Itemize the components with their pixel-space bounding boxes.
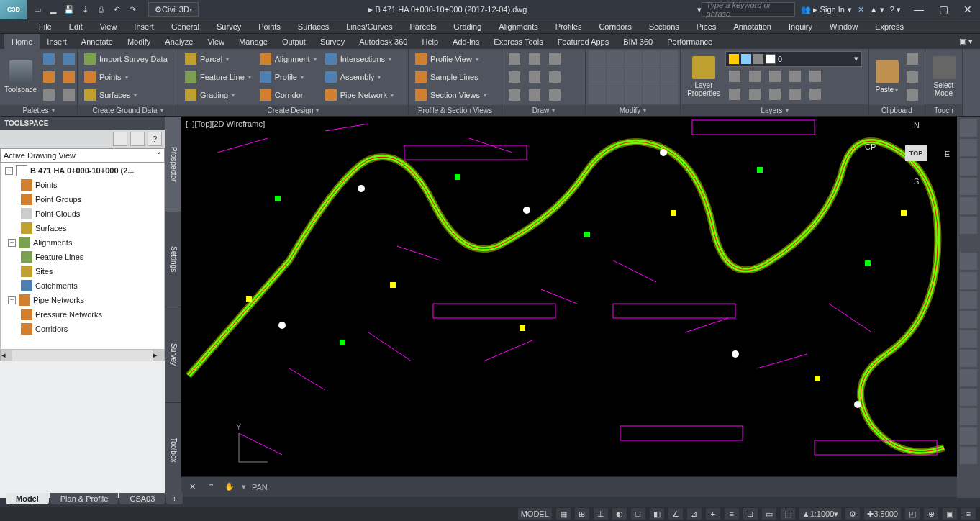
modify-array-icon[interactable]: [625, 86, 642, 104]
palette-btn6[interactable]: [60, 86, 78, 104]
palette-btn2[interactable]: [40, 68, 58, 86]
parcel-button[interactable]: Parcel: [181, 50, 255, 68]
autodesk-icon[interactable]: ▲ ▾: [870, 5, 884, 14]
menu-window[interactable]: Window: [821, 19, 866, 33]
tab-analyze[interactable]: Analyze: [158, 34, 200, 49]
signin-button[interactable]: 👥 ▸ Sign In ▾: [801, 5, 852, 14]
draw-rect-icon[interactable]: [525, 68, 544, 86]
status-qp-icon[interactable]: ▭: [762, 508, 776, 520]
modify-explode-icon[interactable]: [661, 68, 678, 86]
menu-alignments[interactable]: Alignments: [490, 19, 546, 33]
assembly-button[interactable]: Assembly: [322, 68, 397, 86]
menu-view[interactable]: View: [91, 19, 126, 33]
tab-bim360[interactable]: BIM 360: [616, 34, 660, 49]
modify-fillet-icon[interactable]: [625, 68, 642, 86]
ribbon-collapse-icon[interactable]: ▣ ▾: [952, 34, 980, 49]
cut-icon[interactable]: [903, 50, 922, 68]
nav-orbit-icon[interactable]: [960, 197, 977, 214]
tab-addins[interactable]: Add-ins: [445, 34, 486, 49]
toolspace-help-icon[interactable]: ?: [148, 132, 162, 146]
qat-saveas-icon[interactable]: ⇣: [78, 2, 92, 17]
panel-ground-title[interactable]: Create Ground Data: [78, 105, 178, 116]
layout-model[interactable]: Model: [6, 493, 49, 504]
viewcube[interactable]: CP N E S TOP: [885, 121, 950, 186]
layout-plan[interactable]: Plan & Profile: [50, 493, 119, 504]
status-3dosnap-icon[interactable]: ◧: [650, 508, 664, 520]
palette-btn4[interactable]: [60, 50, 78, 68]
viewport-label[interactable]: [−][Top][2D Wireframe]: [186, 119, 265, 128]
palette-btn1[interactable]: [40, 50, 58, 68]
qat-new-icon[interactable]: ▭: [30, 2, 45, 17]
menu-profiles[interactable]: Profiles: [547, 19, 591, 33]
tree-pressure[interactable]: Pressure Networks: [1, 307, 164, 322]
panel-design-title[interactable]: Create Design: [178, 105, 408, 116]
nav-zoom-icon[interactable]: [960, 178, 977, 195]
menu-general[interactable]: General: [163, 19, 208, 33]
status-grid-icon[interactable]: ▦: [556, 508, 571, 520]
modify-move-icon[interactable]: [589, 50, 606, 68]
tab-view[interactable]: View: [200, 34, 232, 49]
intersections-button[interactable]: Intersections: [322, 50, 397, 68]
modify-offset-icon[interactable]: [643, 86, 660, 104]
copy-icon[interactable]: [903, 68, 922, 86]
import-survey-button[interactable]: Import Survey Data: [81, 50, 175, 68]
tab-insert[interactable]: Insert: [40, 34, 74, 49]
surfaces-button[interactable]: Surfaces: [81, 86, 175, 104]
tab-performance[interactable]: Performance: [660, 34, 720, 49]
paste-button[interactable]: Paste: [872, 50, 902, 104]
app-logo[interactable]: C3D: [0, 0, 27, 19]
nav-tool12[interactable]: [960, 350, 977, 367]
menu-survey[interactable]: Survey: [208, 19, 250, 33]
menu-insert[interactable]: Insert: [125, 19, 163, 33]
layout-add-icon[interactable]: +: [166, 493, 182, 504]
menu-inquiry[interactable]: Inquiry: [780, 19, 821, 33]
status-clean-icon[interactable]: ▣: [943, 508, 957, 520]
tab-home[interactable]: Home: [4, 34, 40, 49]
profile-button[interactable]: Profile: [256, 68, 320, 86]
layer-tool4[interactable]: [786, 68, 804, 85]
status-snap-icon[interactable]: ⊞: [575, 508, 589, 520]
tab-a360[interactable]: Autodesk 360: [352, 34, 414, 49]
layer-tool3[interactable]: [766, 68, 784, 85]
tree-corridors[interactable]: Corridors: [1, 322, 164, 336]
menu-grading[interactable]: Grading: [445, 19, 490, 33]
menu-points[interactable]: Points: [250, 19, 289, 33]
draw-hatch-icon[interactable]: [525, 86, 544, 104]
status-polar-icon[interactable]: ◐: [612, 508, 627, 520]
nav-tool10[interactable]: [960, 311, 977, 328]
nav-tool7[interactable]: [960, 253, 977, 270]
nav-tool8[interactable]: [960, 272, 977, 289]
tree-surfaces[interactable]: Surfaces: [1, 221, 164, 235]
status-osnap-icon[interactable]: □: [631, 508, 645, 520]
wcs-label[interactable]: CP: [865, 142, 876, 151]
status-iso-icon[interactable]: ◰: [905, 508, 920, 520]
draw-spline-icon[interactable]: [545, 68, 564, 86]
points-button[interactable]: Points: [81, 68, 175, 86]
tree-pointgroups[interactable]: Point Groups: [1, 192, 164, 207]
status-scale[interactable]: ▲ 1:1000 ▾: [799, 508, 842, 520]
panel-layers-title[interactable]: Layers: [681, 104, 868, 116]
nav-tool16[interactable]: [960, 427, 977, 445]
tree-root[interactable]: −B 471 HA 0+000-10+000 (2...: [1, 163, 164, 178]
status-hw-icon[interactable]: ⊕: [924, 508, 938, 520]
help-search-input[interactable]: Type a keyword or phrase: [702, 2, 795, 17]
tab-featured[interactable]: Featured Apps: [550, 34, 617, 49]
tab-output[interactable]: Output: [275, 34, 313, 49]
nav-tool17[interactable]: [960, 447, 977, 464]
tree-sites[interactable]: Sites: [1, 264, 164, 278]
tab-manage[interactable]: Manage: [232, 34, 275, 49]
match-icon[interactable]: [903, 86, 922, 104]
vtab-toolbox[interactable]: Toolbox: [165, 403, 181, 499]
help-icon[interactable]: ? ▾: [890, 5, 901, 14]
pipenetwork-button[interactable]: Pipe Network: [322, 86, 397, 104]
modify-join-icon[interactable]: [661, 86, 678, 104]
menu-file[interactable]: File: [30, 19, 60, 33]
modify-extend-icon[interactable]: [643, 50, 660, 68]
draw-circle-icon[interactable]: [505, 68, 524, 86]
tab-help[interactable]: Help: [414, 34, 445, 49]
view-selector[interactable]: Active Drawing View˅: [0, 148, 165, 163]
minimize-button[interactable]: —: [907, 0, 931, 19]
alignment-button[interactable]: Alignment: [256, 50, 320, 68]
menu-parcels[interactable]: Parcels: [401, 19, 445, 33]
draw-line-icon[interactable]: [505, 50, 524, 68]
